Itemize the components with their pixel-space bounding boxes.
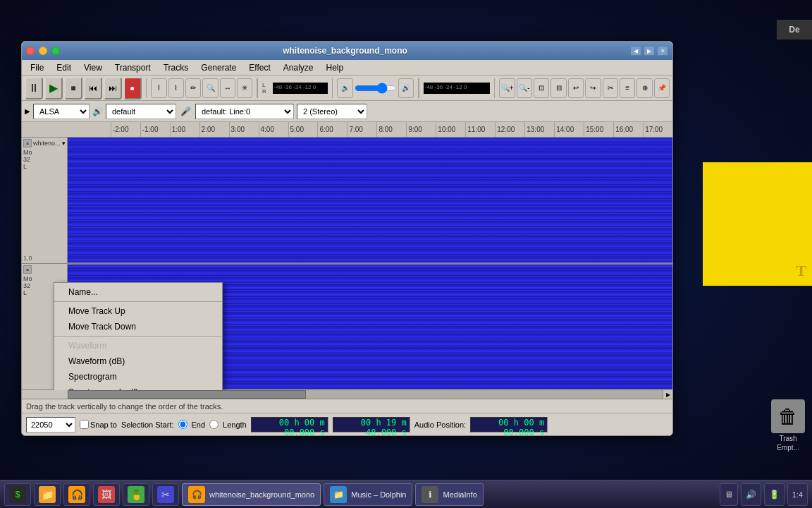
track1-dropdown[interactable]: ▾	[62, 140, 66, 147]
device-select[interactable]: default	[106, 104, 176, 119]
ruler-mark-17: 17:00	[643, 122, 672, 138]
sample-rate-select[interactable]: 22050	[26, 417, 75, 433]
title-btn-close[interactable]: ✕	[657, 46, 668, 56]
network-icon[interactable]: 🖥	[720, 483, 738, 506]
menu-bar: File Edit View Transport Tracks Generate…	[22, 60, 672, 75]
envelope-tool[interactable]: ⌇	[168, 78, 184, 98]
track1-waveform[interactable]	[68, 138, 672, 265]
volume-tray-icon[interactable]: 🔊	[741, 483, 761, 506]
end-radio[interactable]	[178, 420, 187, 429]
channels-select[interactable]: 2 (Stereo)	[297, 104, 367, 119]
taskbar-mediainfo-label: MediaInfo	[443, 490, 476, 499]
taskbar-dolphin[interactable]: 📁 Music – Dolphin	[324, 483, 412, 506]
ruler-mark-8: 8:00	[376, 122, 406, 138]
title-bar: whitenoise_background_mono ◀ ▶ ✕	[22, 42, 672, 60]
horizontal-scrollbar[interactable]: ▶	[22, 390, 672, 399]
select-tool[interactable]: I	[151, 78, 166, 98]
menu-transport[interactable]: Transport	[109, 61, 156, 74]
ruler-mark-15: 15:00	[584, 122, 613, 138]
zoom-tool[interactable]: 🔍	[202, 78, 218, 98]
time-field-3[interactable]: 00 h 00 m 00.000 s	[470, 417, 548, 433]
menu-file[interactable]: File	[25, 61, 49, 74]
trim-btn[interactable]: ✂	[603, 78, 618, 98]
taskbar-audacity[interactable]: 🎧 whitenoise_background_mono	[182, 483, 321, 506]
battery-icon[interactable]: 🔋	[764, 483, 785, 506]
title-btn-left[interactable]: ◀	[630, 46, 641, 56]
taskbar-dolphin-label: Music – Dolphin	[351, 490, 406, 499]
taskbar-fruit-btn[interactable]: 🍍	[123, 483, 149, 506]
ctx-spectrogram[interactable]: Spectrogram	[54, 369, 222, 385]
skip-end-button[interactable]: ⏭	[104, 77, 122, 99]
trash-label-1: Trash	[779, 435, 796, 442]
menu-generate[interactable]: Generate	[195, 61, 242, 74]
track1-position: 1,0	[23, 255, 32, 262]
pin-btn[interactable]: 📌	[654, 78, 670, 98]
zoom-out-btn[interactable]: 🔍-	[517, 78, 532, 98]
scrollbar-thumb[interactable]	[68, 390, 306, 399]
menu-edit[interactable]: Edit	[51, 61, 77, 74]
menu-tracks[interactable]: Tracks	[158, 61, 195, 74]
menu-analyze[interactable]: Analyze	[278, 61, 319, 74]
clock[interactable]: 1:4	[787, 483, 808, 506]
driver-select[interactable]: ALSA	[33, 104, 90, 119]
ctx-move-down[interactable]: Move Track Down	[54, 319, 222, 334]
ruler-mark-12: 12:00	[495, 122, 524, 138]
taskbar-mediainfo[interactable]: ℹ MediaInfo	[415, 483, 483, 506]
taskbar-edit-btn[interactable]: ✂	[152, 483, 179, 506]
close-button[interactable]	[26, 47, 35, 55]
zoom-fit-btn[interactable]: ⊡	[534, 78, 549, 98]
snap-text: Snap to	[90, 421, 117, 429]
menu-help[interactable]: Help	[321, 61, 350, 74]
time-field-2[interactable]: 00 h 19 m 48.000 s	[333, 417, 410, 433]
menu-view[interactable]: View	[78, 61, 108, 74]
ruler-mark-neg2: -2:00	[111, 122, 140, 138]
snap-checkbox[interactable]	[80, 420, 89, 429]
redo-btn[interactable]: ↪	[585, 78, 601, 98]
scroll-right-btn[interactable]: ▶	[663, 390, 672, 399]
title-btn-right[interactable]: ▶	[644, 46, 655, 56]
timeline-ruler: -2:00 -1:00 1:00 2:00 3:00 4:00 5:00 6:0…	[22, 122, 672, 138]
taskbar-terminal-btn[interactable]: $	[4, 483, 31, 506]
track1-collapse[interactable]: ×	[23, 139, 32, 147]
play-button[interactable]: ▶	[44, 77, 63, 99]
record-button[interactable]: ●	[123, 77, 142, 99]
stop-button[interactable]: ■	[64, 77, 82, 99]
track2-collapse[interactable]: ×	[23, 265, 32, 274]
taskbar-photo-btn[interactable]: 🖼	[93, 483, 120, 506]
lr-r: R	[262, 88, 271, 95]
zoom-in-btn[interactable]: 🔍+	[499, 78, 515, 98]
ctx-name[interactable]: Name...	[54, 284, 222, 300]
maximize-button[interactable]	[51, 47, 60, 55]
draw-tool[interactable]: ✏	[185, 78, 201, 98]
input-level-meter: -48 -36 -24 -12 0	[273, 83, 328, 94]
minimize-button[interactable]	[39, 47, 47, 55]
sticky-note: T	[703, 162, 812, 286]
menu-effect[interactable]: Effect	[243, 61, 276, 74]
multi-tool[interactable]: ✳	[237, 78, 252, 98]
volume-up[interactable]: 🔊	[398, 78, 414, 98]
speaker-icon: 🔊	[92, 107, 103, 116]
time-field-1[interactable]: 00 h 00 m 00.000 s	[251, 417, 328, 433]
ctx-waveform-db[interactable]: Waveform (dB)	[54, 353, 222, 369]
zoom-track-btn[interactable]: ⊟	[550, 78, 566, 98]
volume-down[interactable]: 🔈	[337, 78, 352, 98]
title-bar-controls	[26, 47, 60, 55]
skip-start-button[interactable]: ⏮	[84, 77, 102, 99]
taskbar-files-btn[interactable]: 📁	[34, 483, 61, 506]
scrollbar-track[interactable]	[68, 390, 663, 399]
separator-2	[257, 78, 258, 98]
taskbar-audacity-label: whitenoise_background_mono	[209, 490, 314, 499]
trash-area: 🗑 Trash Empt...	[771, 399, 805, 452]
pause-button[interactable]: ⏸	[25, 77, 43, 99]
snap-btn[interactable]: ⊕	[636, 78, 652, 98]
ctx-spectrogram-log[interactable]: Spectrogram log(f)	[54, 385, 222, 390]
undo-btn[interactable]: ↩	[568, 78, 584, 98]
ctx-move-up[interactable]: Move Track Up	[54, 303, 222, 319]
taskbar-audio-btn[interactable]: 🎧	[63, 483, 90, 506]
length-radio[interactable]	[209, 420, 219, 429]
transport-toolbar: ⏸ ▶ ■ ⏮ ⏭ ● I ⌇ ✏ 🔍 ↔ ✳ L R -48 -36 -24 …	[22, 75, 672, 101]
volume-slider[interactable]	[355, 83, 397, 94]
silence-btn[interactable]: ≡	[620, 78, 635, 98]
output-device-select[interactable]: default: Line:0	[195, 104, 294, 119]
timeshift-tool[interactable]: ↔	[220, 78, 235, 98]
